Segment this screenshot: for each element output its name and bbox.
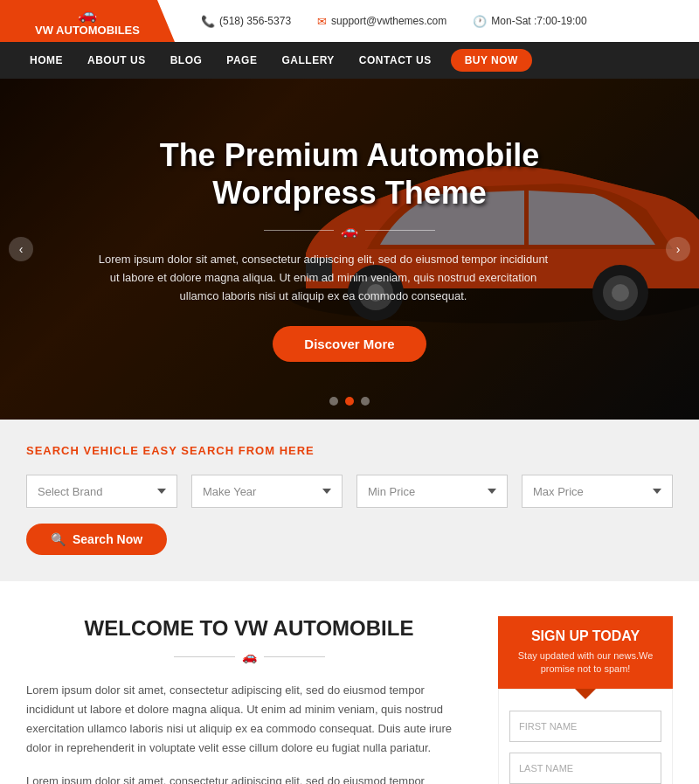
welcome-para-2: Lorem ipsum dolor sit amet, consectetur … <box>26 772 472 784</box>
signup-header: SIGN UP TODAY Stay updated with our news… <box>498 616 673 689</box>
signup-sidebar: SIGN UP TODAY Stay updated with our news… <box>498 616 673 784</box>
logo-text: VW AUTOMOBILES <box>35 24 140 38</box>
welcome-car-icon: 🚗 <box>242 649 257 663</box>
car-divider-icon: 🚗 <box>341 222 358 239</box>
search-title: SEARCH VEHICLE EASY SEARCH FROM HERE <box>26 444 673 457</box>
nav-link-blog[interactable]: BLOG <box>158 42 215 79</box>
signup-title: SIGN UP TODAY <box>507 628 664 644</box>
first-name-input[interactable] <box>509 711 661 742</box>
phone-icon: 📞 <box>201 15 215 28</box>
hero-dots <box>329 397 370 406</box>
nav-item-about[interactable]: ABOUT US <box>75 42 158 79</box>
clock-icon: 🕐 <box>473 15 487 28</box>
nav-item-home[interactable]: HOME <box>17 42 75 79</box>
search-icon: 🔍 <box>51 532 66 546</box>
nav-link-about[interactable]: ABOUT US <box>75 42 158 79</box>
hero-title: The Premium Automobile Wordpress Theme <box>96 136 603 212</box>
signup-form <box>498 689 673 784</box>
hero-description: Lorem ipsum dolor sit amet, consectetur … <box>96 251 550 305</box>
business-hours: Mon-Sat :7:00-19:00 <box>491 15 586 27</box>
hero-dot-3[interactable] <box>361 397 370 406</box>
nav-bar: HOME ABOUT US BLOG PAGE GALLERY CONTACT … <box>0 42 699 79</box>
nav-item-blog[interactable]: BLOG <box>158 42 215 79</box>
search-now-button[interactable]: 🔍 Search Now <box>26 524 167 555</box>
welcome-para-1: Lorem ipsum dolor sit amet, consectetur … <box>26 681 472 758</box>
hero-section: The Premium Automobile Wordpress Theme 🚗… <box>0 79 699 420</box>
email-address: support@vwthemes.com <box>331 15 446 27</box>
hero-dot-2[interactable] <box>345 397 354 406</box>
nav-link-gallery[interactable]: GALLERY <box>269 42 346 79</box>
phone-item: 📞 (518) 356-5373 <box>201 15 291 28</box>
nav-link-contact[interactable]: CONTACT US <box>347 42 444 79</box>
divider-line-left <box>264 230 334 231</box>
logo[interactable]: 🚗 VW AUTOMOBILES <box>0 0 175 42</box>
top-bar: 🚗 VW AUTOMOBILES 📞 (518) 356-5373 ✉ supp… <box>0 0 699 42</box>
nav-item-contact[interactable]: CONTACT US <box>347 42 444 79</box>
last-name-input[interactable] <box>509 753 661 784</box>
divider-line-right <box>365 230 435 231</box>
email-item: ✉ support@vwthemes.com <box>317 15 446 28</box>
buy-now-button[interactable]: BUY NOW <box>451 49 532 72</box>
max-price-select[interactable]: Max Price <box>522 475 673 508</box>
year-select[interactable]: Make Year <box>191 475 343 508</box>
welcome-divider-line-left <box>174 656 235 657</box>
phone-number: (518) 356-5373 <box>219 15 291 27</box>
contact-info: 📞 (518) 356-5373 ✉ support@vwthemes.com … <box>201 15 587 28</box>
hero-dot-1[interactable] <box>329 397 338 406</box>
content-left: WELCOME TO VW AUTOMOBILE 🚗 Lorem ipsum d… <box>26 616 498 784</box>
welcome-title: WELCOME TO VW AUTOMOBILE <box>26 616 472 641</box>
nav-link-page[interactable]: PAGE <box>214 42 269 79</box>
nav-link-home[interactable]: HOME <box>17 42 75 79</box>
email-icon: ✉ <box>317 15 327 28</box>
brand-select[interactable]: Select Brand <box>26 475 177 508</box>
nav-item-page[interactable]: PAGE <box>214 42 269 79</box>
hero-next-button[interactable]: › <box>666 237 690 261</box>
nav-item-gallery[interactable]: GALLERY <box>269 42 346 79</box>
hero-content: The Premium Automobile Wordpress Theme 🚗… <box>96 136 603 363</box>
nav-item-buynow[interactable]: BUY NOW <box>444 49 532 72</box>
discover-more-button[interactable]: Discover More <box>273 326 426 362</box>
welcome-divider: 🚗 <box>26 649 472 663</box>
hero-divider: 🚗 <box>96 222 603 239</box>
search-button-label: Search Now <box>73 532 142 546</box>
signup-subtitle: Stay updated with our news.We promise no… <box>507 649 664 676</box>
min-price-select[interactable]: Min Price <box>356 475 508 508</box>
main-content: WELCOME TO VW AUTOMOBILE 🚗 Lorem ipsum d… <box>0 581 699 784</box>
hero-prev-button[interactable]: ‹ <box>9 237 33 261</box>
search-section: SEARCH VEHICLE EASY SEARCH FROM HERE Sel… <box>0 420 699 581</box>
search-row: Select Brand Make Year Min Price Max Pri… <box>26 475 673 508</box>
hours-item: 🕐 Mon-Sat :7:00-19:00 <box>473 15 586 28</box>
nav-items: HOME ABOUT US BLOG PAGE GALLERY CONTACT … <box>17 42 532 79</box>
welcome-divider-line-right <box>264 656 325 657</box>
